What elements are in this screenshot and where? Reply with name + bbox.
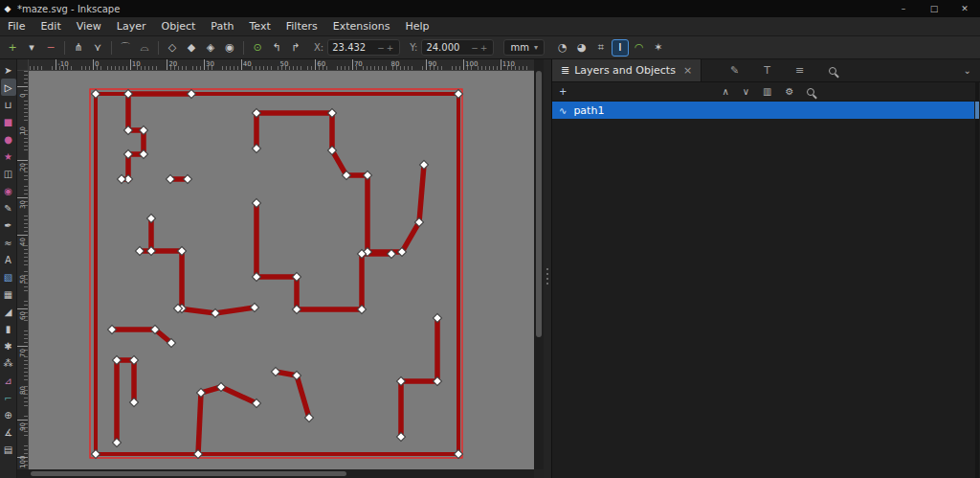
maze-path-segment[interactable] — [276, 372, 309, 418]
path-node[interactable] — [112, 438, 121, 446]
break-path-button[interactable]: ⋔ — [70, 39, 87, 57]
dock-scrollbar[interactable] — [975, 82, 979, 478]
menu-edit[interactable]: Edit — [33, 18, 68, 34]
join-with-segment-button[interactable]: ⌒ — [117, 39, 134, 57]
object-to-path-button[interactable]: ⊙ — [249, 39, 266, 57]
auto-smooth-node-button[interactable]: ◉ — [221, 39, 238, 57]
maze-path-segment[interactable] — [368, 175, 402, 252]
path-node[interactable] — [177, 246, 186, 255]
lower-layer-button[interactable]: ∨ — [743, 86, 749, 97]
path-node[interactable] — [146, 214, 155, 222]
edit-clip-button[interactable]: ◔ — [554, 39, 571, 57]
y-spinner[interactable]: −+ — [471, 43, 489, 53]
tab-close-icon[interactable]: × — [683, 64, 692, 77]
path-node[interactable] — [129, 398, 138, 406]
pencil-tool[interactable]: ✎ — [1, 199, 16, 216]
delete-segment-button[interactable]: ⌓ — [136, 39, 153, 57]
layer-settings-button[interactable]: ⚙ — [786, 86, 794, 97]
spiral-tool[interactable]: ◉ — [1, 182, 16, 199]
maze-path-segment[interactable] — [402, 165, 424, 252]
path-node[interactable] — [139, 125, 147, 134]
maze-path-segment[interactable] — [401, 318, 437, 437]
canvas-horizontal-scrollbar[interactable] — [17, 469, 534, 478]
pen-tool[interactable]: ✒ — [1, 216, 16, 234]
menu-layer[interactable]: Layer — [109, 18, 154, 34]
x-coordinate-input[interactable]: 23.432 −+ — [327, 39, 400, 56]
pages-tool[interactable]: ▤ — [1, 441, 16, 458]
path-node[interactable] — [419, 160, 428, 169]
vertical-scrollbar-thumb[interactable] — [536, 71, 542, 337]
menu-help[interactable]: Help — [397, 18, 436, 34]
menu-text[interactable]: Text — [242, 18, 278, 34]
ruler-left[interactable]: 0102030405060708090100 — [17, 71, 29, 469]
menu-path[interactable]: Path — [203, 18, 241, 34]
paint-bucket-tool[interactable]: ▮ — [1, 320, 16, 337]
box3d-tool[interactable]: ◫ — [1, 165, 16, 182]
menu-filters[interactable]: Filters — [278, 18, 325, 34]
path-node[interactable] — [396, 432, 405, 441]
dock-resize-handle[interactable] — [544, 59, 551, 478]
corner-node-button[interactable]: ◇ — [164, 39, 181, 57]
maze-path-segment[interactable] — [96, 94, 458, 454]
maze-path-segment[interactable] — [256, 203, 297, 277]
path-reverse-button[interactable]: ↱ — [287, 39, 304, 57]
dialog-tab-find[interactable] — [829, 67, 836, 75]
maze-path-segment[interactable] — [256, 113, 332, 150]
close-button[interactable]: ✕ — [949, 0, 980, 17]
path-node[interactable] — [363, 171, 371, 179]
shape-builder-tool[interactable]: ⊔ — [1, 96, 16, 113]
path-node[interactable] — [146, 246, 155, 255]
dialog-tab-edit[interactable]: ✎ — [730, 64, 739, 77]
stroke-to-path-button[interactable]: ↰ — [268, 39, 285, 57]
spray-tool[interactable]: ⁂ — [1, 354, 16, 372]
y-coordinate-input[interactable]: 24.000 −+ — [421, 39, 494, 56]
calligraphy-tool[interactable]: ≈ — [1, 234, 16, 251]
minimize-button[interactable]: – — [888, 0, 919, 17]
path-node[interactable] — [433, 376, 441, 385]
gradient-tool[interactable]: ▧ — [1, 268, 16, 285]
ruler-top[interactable]: -100102030405060708090100110 — [29, 59, 534, 71]
join-nodes-button[interactable]: ⋎ — [89, 39, 106, 57]
maze-path-segment[interactable] — [140, 218, 151, 251]
path-node[interactable] — [129, 355, 138, 364]
tab-layers-and-objects[interactable]: ≣ Layers and Objects × — [552, 59, 702, 81]
rectangle-tool[interactable]: ■ — [1, 113, 16, 130]
dropper-tool[interactable]: ◢ — [1, 303, 16, 320]
maze-drawing[interactable] — [29, 71, 534, 469]
canvas-vertical-scrollbar[interactable] — [534, 59, 544, 469]
add-layer-button[interactable]: + — [559, 86, 567, 97]
x-spinner[interactable]: −+ — [377, 43, 395, 53]
path-node[interactable] — [91, 449, 100, 458]
edit-mask-button[interactable]: ◕ — [573, 39, 590, 57]
path-node[interactable] — [123, 89, 132, 98]
path-node[interactable] — [292, 272, 301, 281]
symmetric-node-button[interactable]: ◈ — [202, 39, 219, 57]
path-node[interactable] — [135, 246, 144, 255]
menu-object[interactable]: Object — [154, 18, 204, 34]
delete-node-button[interactable]: − — [42, 39, 59, 57]
show-transform-handles-toggle[interactable]: ⌗ — [592, 39, 610, 57]
unit-dropdown[interactable]: mm ▾ — [503, 39, 545, 56]
path-node[interactable] — [433, 313, 441, 322]
path-node[interactable] — [123, 149, 132, 158]
mesh-tool[interactable]: ▦ — [1, 285, 16, 303]
menu-file[interactable]: File — [0, 18, 33, 34]
show-outline-toggle[interactable]: ◠ — [631, 39, 648, 57]
path-node[interactable] — [252, 198, 260, 207]
path-node[interactable] — [396, 376, 405, 385]
path-node[interactable] — [166, 174, 174, 183]
maximize-button[interactable]: □ — [919, 0, 949, 17]
path-node[interactable] — [252, 272, 260, 281]
measure-tool[interactable]: ∡ — [1, 423, 16, 441]
dock-scrollbar-thumb[interactable] — [975, 102, 979, 119]
star-tool[interactable]: ★ — [1, 148, 16, 165]
raise-layer-button[interactable]: ∧ — [722, 86, 728, 97]
path-node[interactable] — [117, 174, 125, 183]
path-node[interactable] — [123, 125, 132, 134]
menu-view[interactable]: View — [69, 18, 109, 34]
zoom-tool[interactable]: ⊕ — [1, 406, 16, 423]
dock-menu-chevron-icon[interactable]: ⌄ — [964, 65, 971, 76]
maze-path-segment[interactable] — [112, 330, 171, 343]
eraser-tool[interactable]: ⊿ — [1, 372, 16, 389]
path-node[interactable] — [187, 89, 195, 98]
